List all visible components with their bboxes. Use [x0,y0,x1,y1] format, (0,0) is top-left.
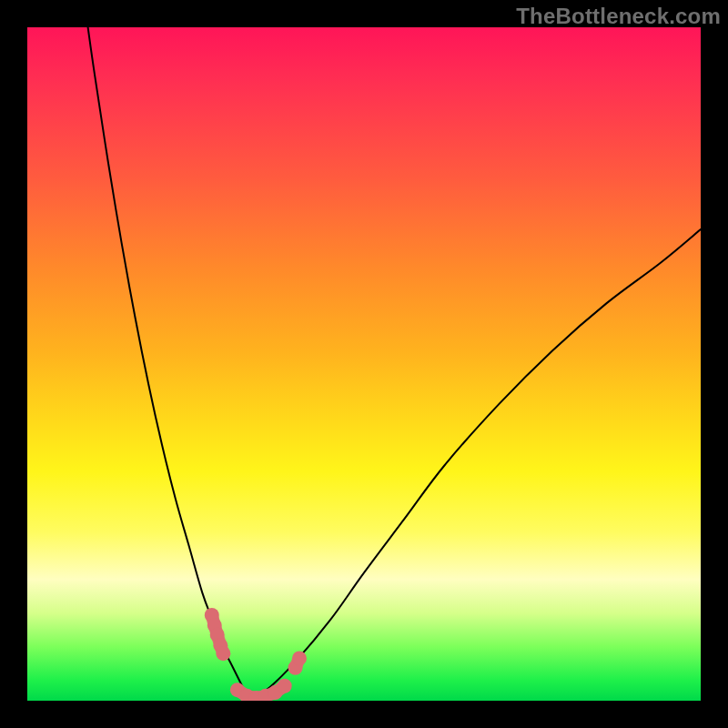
markers-left-point [216,646,230,661]
marker-layer [205,608,307,701]
curve-left [88,27,250,701]
chart-frame: TheBottleneck.com [0,0,728,728]
markers-bottom-point [278,679,292,693]
watermark-label: TheBottleneck.com [516,4,721,29]
curve-right [249,229,701,701]
curve-layer [88,27,701,701]
markers-right-point [292,651,307,665]
chart-plot [27,27,701,701]
